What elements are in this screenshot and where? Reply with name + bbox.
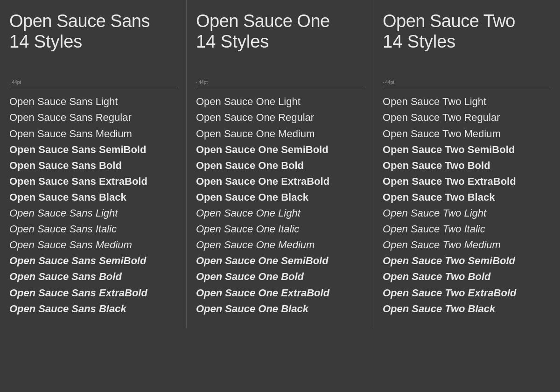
divider-two — [383, 88, 551, 88]
style-item-one-0: Open Sauce One Light — [196, 94, 364, 110]
style-item-two-9: Open Sauce Two Medium — [383, 237, 551, 253]
size-label-sans: · 44pt — [9, 80, 177, 85]
style-item-sans-0: Open Sauce Sans Light — [9, 94, 177, 110]
style-item-one-4: Open Sauce One Bold — [196, 158, 364, 174]
style-item-one-5: Open Sauce One ExtraBold — [196, 174, 364, 189]
font-family-name-two: Open Sauce Two — [383, 11, 551, 32]
size-label-two: · 44pt — [383, 80, 551, 85]
style-item-sans-13: Open Sauce Sans Black — [9, 301, 177, 317]
column-sans: Open Sauce Sans14 Styles· 44ptOpen Sauce… — [0, 0, 187, 328]
style-item-two-11: Open Sauce Two Bold — [383, 269, 551, 285]
column-header-sans: Open Sauce Sans14 Styles — [9, 11, 177, 52]
style-list-one: Open Sauce One LightOpen Sauce One Regul… — [196, 94, 364, 316]
column-two: Open Sauce Two14 Styles· 44ptOpen Sauce … — [373, 0, 560, 328]
style-item-two-13: Open Sauce Two Black — [383, 301, 551, 317]
style-item-one-1: Open Sauce One Regular — [196, 110, 364, 126]
font-styles-count-sans: 14 Styles — [9, 32, 177, 52]
column-header-one: Open Sauce One14 Styles — [196, 11, 364, 52]
style-item-one-2: Open Sauce One Medium — [196, 126, 364, 142]
style-item-one-8: Open Sauce One Italic — [196, 221, 364, 237]
style-item-one-9: Open Sauce One Medium — [196, 237, 364, 253]
style-item-one-11: Open Sauce One Bold — [196, 269, 364, 285]
style-item-two-4: Open Sauce Two Bold — [383, 158, 551, 174]
style-item-sans-4: Open Sauce Sans Bold — [9, 158, 177, 174]
font-family-name-one: Open Sauce One — [196, 11, 364, 32]
divider-sans — [9, 88, 177, 88]
style-list-sans: Open Sauce Sans LightOpen Sauce Sans Reg… — [9, 94, 177, 316]
style-item-two-5: Open Sauce Two ExtraBold — [383, 174, 551, 189]
style-item-sans-12: Open Sauce Sans ExtraBold — [9, 285, 177, 301]
divider-one — [196, 88, 364, 88]
style-list-two: Open Sauce Two LightOpen Sauce Two Regul… — [383, 94, 551, 316]
font-styles-count-one: 14 Styles — [196, 32, 364, 52]
font-showcase-grid: Open Sauce Sans14 Styles· 44ptOpen Sauce… — [0, 0, 560, 328]
style-item-two-6: Open Sauce Two Black — [383, 189, 551, 205]
style-item-sans-1: Open Sauce Sans Regular — [9, 110, 177, 126]
style-item-sans-9: Open Sauce Sans Medium — [9, 237, 177, 253]
style-item-sans-2: Open Sauce Sans Medium — [9, 126, 177, 142]
column-one: Open Sauce One14 Styles· 44ptOpen Sauce … — [187, 0, 373, 328]
style-item-sans-10: Open Sauce Sans SemiBold — [9, 253, 177, 269]
column-header-two: Open Sauce Two14 Styles — [383, 11, 551, 52]
style-item-sans-7: Open Sauce Sans Light — [9, 205, 177, 221]
style-item-two-7: Open Sauce Two Light — [383, 205, 551, 221]
font-styles-count-two: 14 Styles — [383, 32, 551, 52]
style-item-one-6: Open Sauce One Black — [196, 189, 364, 205]
style-item-two-12: Open Sauce Two ExtraBold — [383, 285, 551, 301]
style-item-sans-5: Open Sauce Sans ExtraBold — [9, 174, 177, 189]
style-item-two-2: Open Sauce Two Medium — [383, 126, 551, 142]
style-item-two-10: Open Sauce Two SemiBold — [383, 253, 551, 269]
style-item-one-10: Open Sauce One SemiBold — [196, 253, 364, 269]
style-item-one-3: Open Sauce One SemiBold — [196, 142, 364, 158]
size-label-one: · 44pt — [196, 80, 364, 85]
style-item-sans-3: Open Sauce Sans SemiBold — [9, 142, 177, 158]
style-item-two-0: Open Sauce Two Light — [383, 94, 551, 110]
font-family-name-sans: Open Sauce Sans — [9, 11, 177, 32]
style-item-two-1: Open Sauce Two Regular — [383, 110, 551, 126]
style-item-one-7: Open Sauce One Light — [196, 205, 364, 221]
style-item-sans-8: Open Sauce Sans Italic — [9, 221, 177, 237]
style-item-one-13: Open Sauce One Black — [196, 301, 364, 317]
style-item-sans-6: Open Sauce Sans Black — [9, 189, 177, 205]
style-item-sans-11: Open Sauce Sans Bold — [9, 269, 177, 285]
style-item-two-3: Open Sauce Two SemiBold — [383, 142, 551, 158]
style-item-two-8: Open Sauce Two Italic — [383, 221, 551, 237]
style-item-one-12: Open Sauce One ExtraBold — [196, 285, 364, 301]
